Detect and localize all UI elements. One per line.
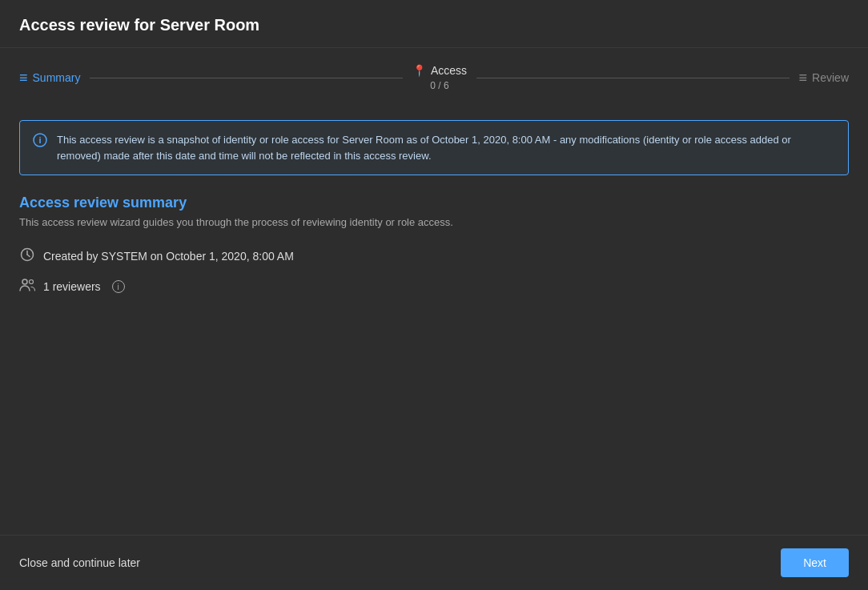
footer: Close and continue later Next [0, 535, 868, 590]
page-title: Access review for Server Room [19, 16, 849, 34]
step-review-label: Review [812, 71, 849, 84]
main-content: i This access review is a snapshot of id… [0, 107, 868, 535]
summary-section-title: Access review summary [19, 195, 849, 211]
list-icon [19, 70, 28, 86]
reviewers-count-text: 1 reviewers [43, 280, 101, 293]
created-by-item: Created by SYSTEM on October 1, 2020, 8:… [19, 247, 849, 265]
svg-text:i: i [38, 135, 41, 145]
summary-section-description: This access review wizard guides you thr… [19, 216, 849, 228]
created-by-text: Created by SYSTEM on October 1, 2020, 8:… [43, 250, 294, 263]
wizard-step-access[interactable]: Access 0 / 6 [412, 64, 467, 91]
clock-icon [19, 247, 35, 265]
info-circle-icon: i [33, 133, 47, 151]
wizard-step-summary[interactable]: Summary [19, 70, 80, 86]
review-icon [799, 70, 808, 86]
page-container: Access review for Server Room Summary Ac… [0, 0, 868, 590]
header: Access review for Server Room [0, 0, 868, 48]
close-continue-later-link[interactable]: Close and continue later [19, 556, 140, 569]
wizard-step-review[interactable]: Review [799, 70, 849, 86]
svg-point-6 [30, 280, 34, 284]
info-banner-text: This access review is a snapshot of iden… [57, 132, 835, 163]
next-button[interactable]: Next [781, 548, 849, 577]
svg-line-4 [27, 255, 30, 257]
reviewers-info-icon[interactable]: i [112, 280, 125, 293]
step-access-label: Access [431, 64, 467, 77]
pin-icon [412, 64, 426, 77]
svg-point-5 [22, 279, 27, 284]
people-icon [19, 278, 35, 295]
info-banner: i This access review is a snapshot of id… [19, 120, 849, 175]
wizard-steps: Summary Access 0 / 6 Review [0, 48, 868, 107]
step-line-2 [476, 78, 790, 78]
reviewers-item: 1 reviewers i [19, 278, 849, 295]
step-summary-label: Summary [33, 71, 81, 84]
step-access-progress: 0 / 6 [430, 80, 448, 91]
step-line-1 [90, 78, 403, 78]
